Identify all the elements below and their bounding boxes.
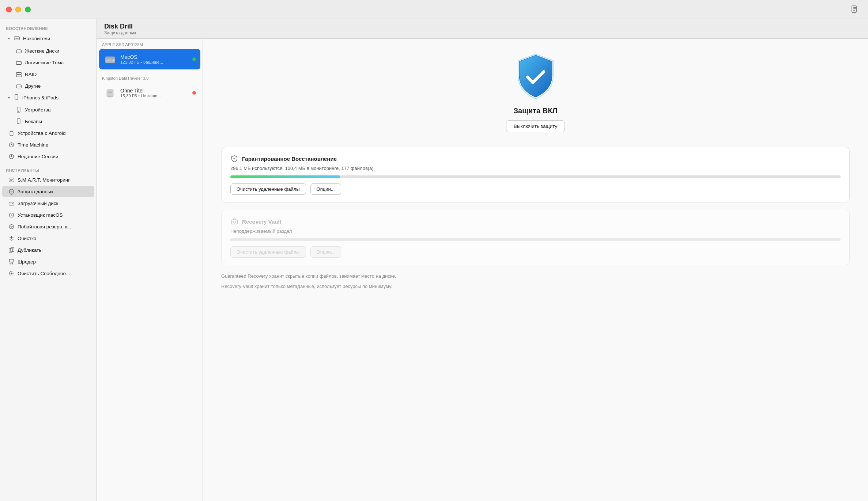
section-tools-label: Инструменты <box>0 165 97 174</box>
fullscreen-button[interactable] <box>25 7 31 12</box>
card1-actions: Очистить удаленные файлы Опции... <box>230 183 841 195</box>
disk-panel: APPLE SSD AP0128M MacOS 121,02 ГБ • За <box>97 39 203 501</box>
svg-rect-37 <box>9 259 14 262</box>
shredder-icon <box>8 258 15 265</box>
close-button[interactable] <box>6 7 12 12</box>
svg-rect-12 <box>16 85 21 88</box>
card2-options-btn: Опции... <box>310 246 341 258</box>
sidebar-item-data-protection[interactable]: Защита данных <box>2 186 94 197</box>
sidebar-item-backups[interactable]: Бекапы <box>2 116 94 127</box>
svg-rect-46 <box>105 57 115 59</box>
section-recovery-label: Восстановление <box>0 23 97 32</box>
sidebar-item-free-space[interactable]: Очистить Свободное... <box>2 268 94 279</box>
chevron-down-icon2: ▾ <box>8 96 10 100</box>
app-header: Disk Drill Защита данных <box>97 19 868 39</box>
sidebar-item-other[interactable]: Другие <box>2 80 94 91</box>
sidebar-item-android[interactable]: Устройства с Android <box>2 128 94 138</box>
sidebar-item-devices[interactable]: Устройства <box>2 104 94 115</box>
byte-backup-icon <box>8 223 15 230</box>
card1-subtitle: 296,1 МБ используются, 100,4 МБ в монито… <box>230 166 841 171</box>
recent-icon <box>8 153 15 160</box>
svg-rect-11 <box>16 75 21 77</box>
disk-macos-name: MacOS <box>120 54 189 60</box>
shield-icon <box>8 188 15 195</box>
svg-line-39 <box>10 262 11 264</box>
hard-disk-icon <box>15 48 22 54</box>
svg-point-7 <box>19 51 20 52</box>
sidebar-item-macos-installer[interactable]: Установщик macOS <box>2 209 94 220</box>
card2-title: Recovery Vault <box>242 219 282 225</box>
svg-line-34 <box>11 237 13 238</box>
svg-point-5 <box>18 38 19 39</box>
card1-title: Гарантированное Восстановление <box>242 156 337 162</box>
sidebar-item-shredder[interactable]: Шредер <box>2 256 94 267</box>
disk-group2-label: Kingston DataTraveler 3.0 <box>97 72 203 82</box>
app-body: APPLE SSD AP0128M MacOS 121,02 ГБ • За <box>97 39 868 501</box>
card1-options-btn[interactable]: Опции... <box>310 183 341 195</box>
disk-drive-icon <box>103 53 117 66</box>
other-icon <box>15 83 22 89</box>
sidebar-item-hard-disks[interactable]: Жесткие Диски <box>2 45 94 56</box>
boot-disk-icon <box>8 200 15 206</box>
svg-rect-8 <box>16 61 21 65</box>
sidebar-item-duplicates[interactable]: Дубликаты <box>2 244 94 255</box>
disk-item-macos[interactable]: MacOS 121,02 ГБ • Защище... <box>99 49 200 69</box>
iphones-ipads-label: iPhones & iPads <box>22 95 59 100</box>
sidebar-item-smart[interactable]: S.M.A.R.T. Мониторинг <box>2 174 94 185</box>
sidebar-item-time-machine[interactable]: Time Machine <box>2 139 94 150</box>
svg-point-31 <box>9 224 14 229</box>
toggle-protection-button[interactable]: Выключить защиту <box>506 120 565 132</box>
sidebar-item-cleanup[interactable]: Очистка <box>2 233 94 244</box>
smart-icon <box>8 177 15 183</box>
card2-clear-btn: Очистить удаленные файлы <box>230 246 306 258</box>
footer-note-1: Guaranteed Recovery хранит скрытые копии… <box>221 273 396 280</box>
app-container: Восстановление ▾ Накопители Жесткие Диск… <box>0 19 868 501</box>
svg-point-9 <box>19 62 20 63</box>
usb-drive-icon <box>103 86 117 99</box>
svg-line-41 <box>12 262 13 264</box>
cleanup-icon <box>8 235 15 242</box>
shield-small-icon <box>230 155 238 163</box>
sidebar-item-raid[interactable]: RAID <box>2 69 94 80</box>
protection-status-label: Защита ВКЛ <box>514 107 558 115</box>
iphone-icon <box>14 94 19 101</box>
traffic-lights <box>6 7 31 12</box>
svg-point-53 <box>233 221 235 223</box>
svg-point-28 <box>12 203 13 204</box>
sidebar-item-iphones-ipads[interactable]: ▾ iPhones & iPads <box>2 92 94 103</box>
protection-header: Защита ВКЛ Выключить защиту <box>221 53 850 132</box>
sidebar-item-byte-backup[interactable]: Побайтовая резерв. к... <box>2 221 94 232</box>
svg-rect-27 <box>9 202 14 205</box>
help-icon[interactable] <box>850 5 859 15</box>
sidebar-item-boot-disk[interactable]: Загрузочный диск <box>2 198 94 209</box>
device-icon <box>15 106 22 113</box>
svg-point-47 <box>113 60 114 61</box>
card1-progress-fill <box>230 175 340 178</box>
svg-rect-24 <box>9 178 14 182</box>
time-machine-icon <box>8 141 15 148</box>
svg-rect-49 <box>107 90 113 97</box>
disk-macos-info: 121,02 ГБ • Защище... <box>120 60 189 64</box>
duplicates-icon <box>8 247 15 253</box>
installer-icon <box>8 212 15 218</box>
disk-item-ohne-titel[interactable]: Ohne Titel 15,39 ГБ • Не защи... <box>99 83 200 103</box>
camera-icon <box>230 217 238 225</box>
logical-volumes-icon <box>15 59 22 66</box>
sidebar-item-logical-volumes[interactable]: Логические Тома <box>2 57 94 68</box>
svg-rect-0 <box>852 6 856 12</box>
sidebar-item-recent-sessions[interactable]: Недавние Сессии <box>2 151 94 162</box>
status-dot-green <box>192 57 196 61</box>
card2-header: Recovery Vault <box>230 217 841 225</box>
android-icon <box>8 130 15 136</box>
disk-ohne-titel-text: Ohne Titel 15,39 ГБ • Не защи... <box>120 88 189 98</box>
minimize-button[interactable] <box>15 7 21 12</box>
card1-clear-btn[interactable]: Очистить удаленные файлы <box>230 183 306 195</box>
sidebar-item-storages[interactable]: ▾ Накопители <box>2 33 94 45</box>
svg-line-20 <box>10 130 11 131</box>
card-recovery-vault: Recovery Vault Неподдерживаемый раздел О… <box>221 210 850 265</box>
hard-drive-icon <box>14 35 20 42</box>
sidebar: Восстановление ▾ Накопители Жесткие Диск… <box>0 19 97 501</box>
disk-group1-label: APPLE SSD AP0128M <box>97 39 203 48</box>
card2-progress-bar <box>230 238 841 241</box>
footer-note-2: Recovery Vault хранит только метаданные,… <box>221 283 392 290</box>
